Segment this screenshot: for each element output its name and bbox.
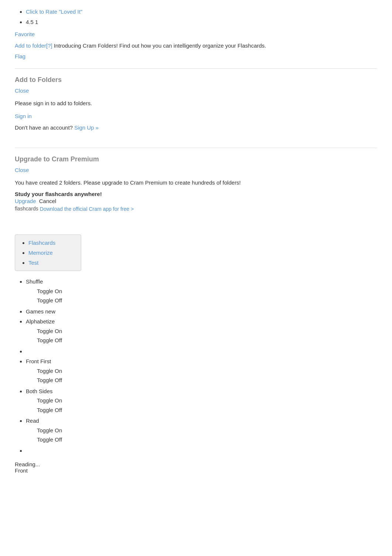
option-empty-1 [26,347,377,356]
option-shuffle: Shuffle Toggle On Toggle Off [26,277,377,305]
memorize-link[interactable]: Memorize [28,250,53,256]
rate-item: Click to Rate "Loved It" [26,7,377,16]
option-front-first: Front First Toggle On Toggle Off [26,357,377,385]
read-toggle-off[interactable]: Toggle Off [37,435,377,445]
menu-item-memorize[interactable]: Memorize [28,248,75,258]
front-first-toggle-off[interactable]: Toggle Off [37,375,377,385]
sign-up-link[interactable]: Sign Up » [74,124,99,131]
add-to-folder-row: Add to folder[?] Introducing Cram Folder… [15,42,377,49]
front-first-label: Front First [26,358,51,364]
option-games: Games new [26,307,377,316]
upgrade-modal: Upgrade to Cram Premium Close You have c… [15,155,377,217]
menu-box: Flashcards Memorize Test [15,234,81,271]
shuffle-toggle-off[interactable]: Toggle Off [37,296,377,305]
add-to-folders-title: Add to Folders [15,76,377,84]
alphabetize-label: Alphabetize [26,318,55,325]
front-first-toggle-group: Toggle On Toggle Off [37,366,377,385]
flashcards-link[interactable]: Flashcards [28,240,55,246]
both-sides-toggle-off[interactable]: Toggle Off [37,405,377,415]
read-toggle-on[interactable]: Toggle On [37,426,377,435]
favorite-link[interactable]: Favorite [15,31,35,37]
alphabetize-toggle-on[interactable]: Toggle On [37,326,377,336]
menu-item-test[interactable]: Test [28,258,75,268]
alphabetize-toggle-off[interactable]: Toggle Off [37,336,377,345]
add-to-folders-modal: Add to Folders Close Please sign in to a… [15,76,377,134]
rating-value: 4.5 1 [26,18,377,27]
shuffle-label: Shuffle [26,278,43,285]
add-to-folders-body: Please sign in to add to folders. [15,99,377,108]
rate-link[interactable]: Click to Rate "Loved It" [26,8,82,15]
front-first-toggle-on[interactable]: Toggle On [37,366,377,376]
flag-link[interactable]: Flag [15,53,25,59]
top-section: Click to Rate "Loved It" 4.5 1 Favorite … [15,7,377,59]
divider-2 [15,148,377,148]
shuffle-toggle-group: Toggle On Toggle Off [37,286,377,305]
upgrade-title: Upgrade to Cram Premium [15,155,377,163]
front-label: Front [15,467,377,474]
download-link[interactable]: Download the official Cram app for free … [40,206,134,212]
upgrade-body: You have created 2 folders. Please upgra… [15,178,377,187]
shuffle-toggle-on[interactable]: Toggle On [37,286,377,296]
read-toggle-group: Toggle On Toggle Off [37,426,377,445]
sign-in-link[interactable]: Sign in [15,113,32,119]
menu-list: Flashcards Memorize Test [21,238,75,268]
flashcards-label: flashcards [15,206,38,212]
option-both-sides: Both Sides Toggle On Toggle Off [26,387,377,415]
add-to-folder-link[interactable]: Add to folder[?] [15,42,52,49]
study-anywhere-label: Study your flashcards anywhere! [15,191,377,197]
menu-item-flashcards[interactable]: Flashcards [28,238,75,248]
both-sides-toggle-on[interactable]: Toggle On [37,396,377,405]
no-account-text: Don't have an account? Sign Up » [15,124,377,131]
cancel-link[interactable]: Cancel [39,198,56,204]
both-sides-toggle-group: Toggle On Toggle Off [37,396,377,415]
games-label: Games new [26,308,55,315]
add-to-folders-close[interactable]: Close [15,87,377,94]
options-list: Shuffle Toggle On Toggle Off Games new A… [15,277,377,455]
option-read: Read Toggle On Toggle Off [26,416,377,445]
option-alphabetize: Alphabetize Toggle On Toggle Off [26,317,377,345]
option-empty-2 [26,446,377,456]
upgrade-close[interactable]: Close [15,167,377,173]
alphabetize-toggle-group: Toggle On Toggle Off [37,326,377,345]
divider-1 [15,68,377,69]
read-label: Read [26,418,39,424]
top-bullet-list: Click to Rate "Loved It" 4.5 1 [15,7,377,27]
both-sides-label: Both Sides [26,388,53,394]
upgrade-button[interactable]: Upgrade [15,198,36,204]
reading-label: Reading... [15,461,377,467]
test-link[interactable]: Test [28,260,39,266]
add-to-folder-description: Introducing Cram Folders! Find out how y… [54,42,266,49]
